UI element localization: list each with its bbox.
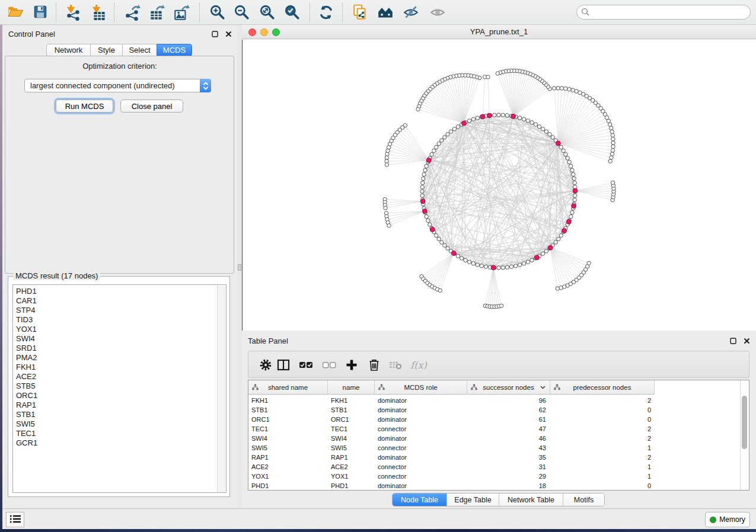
table-scrollbar-thumb[interactable] xyxy=(742,396,747,449)
table-row[interactable]: ORC1ORC1dominator610 xyxy=(248,415,741,424)
network-node[interactable] xyxy=(518,263,522,267)
table-tab-edge-table[interactable]: Edge Table xyxy=(447,493,499,506)
column-header-successor-nodes[interactable]: successor nodes xyxy=(467,380,550,394)
network-leaf-node[interactable] xyxy=(611,149,614,152)
delete-columns-trash-icon[interactable] xyxy=(367,358,381,372)
network-node[interactable] xyxy=(572,172,575,176)
network-node[interactable] xyxy=(562,149,565,152)
network-leaf-node[interactable] xyxy=(610,156,613,159)
import-table-icon[interactable] xyxy=(91,4,107,21)
column-header-shared-name[interactable]: shared name xyxy=(248,380,328,394)
network-node[interactable] xyxy=(526,119,529,123)
import-network-icon[interactable] xyxy=(65,4,82,21)
table-row[interactable]: PHD1PHD1dominator180 xyxy=(248,481,741,491)
network-node[interactable] xyxy=(446,133,449,136)
show-column-panel-icon[interactable] xyxy=(276,358,291,372)
mcds-hub-node[interactable] xyxy=(535,255,540,260)
network-leaf-node[interactable] xyxy=(611,137,615,141)
network-leaf-node[interactable] xyxy=(610,130,614,133)
float-panel-icon[interactable] xyxy=(210,30,219,39)
network-node[interactable] xyxy=(476,263,479,267)
mcds-result-item[interactable]: FKH1 xyxy=(16,363,226,372)
network-node[interactable] xyxy=(526,260,529,264)
column-header-name[interactable]: name xyxy=(328,380,375,394)
network-leaf-node[interactable] xyxy=(387,224,391,227)
network-node[interactable] xyxy=(421,181,425,184)
mcds-hub-node[interactable] xyxy=(573,188,578,193)
network-leaf-node[interactable] xyxy=(575,89,578,93)
mcds-result-item[interactable]: ORC1 xyxy=(16,391,226,400)
network-node[interactable] xyxy=(471,117,475,121)
export-table-icon[interactable] xyxy=(148,4,165,21)
network-node[interactable] xyxy=(452,127,456,131)
network-leaf-node[interactable] xyxy=(560,86,563,90)
mcds-hub-node[interactable] xyxy=(556,141,560,146)
splitter-handle[interactable] xyxy=(238,264,241,271)
network-node[interactable] xyxy=(530,121,534,124)
network-leaf-node[interactable] xyxy=(556,86,560,90)
mcds-hub-node[interactable] xyxy=(426,158,431,163)
mcds-hub-node[interactable] xyxy=(462,121,467,126)
add-column-icon[interactable] xyxy=(344,358,359,372)
mcds-result-item[interactable]: YOX1 xyxy=(16,325,226,334)
network-node[interactable] xyxy=(422,172,426,176)
console-tasks-icon[interactable] xyxy=(6,512,24,527)
mcds-result-item[interactable]: STB5 xyxy=(16,382,226,391)
network-node[interactable] xyxy=(449,130,452,133)
delete-table-icon[interactable] xyxy=(388,358,403,372)
network-node[interactable] xyxy=(435,145,438,149)
table-scrollbar[interactable] xyxy=(740,380,749,490)
memory-button[interactable]: Memory xyxy=(705,512,750,527)
table-row[interactable]: FKH1FKH1dominator962 xyxy=(248,396,741,405)
table-row[interactable]: STB1STB1dominator620 xyxy=(248,405,741,415)
mcds-list-scrollbar[interactable] xyxy=(217,286,225,493)
network-node[interactable] xyxy=(501,113,505,117)
network-node[interactable] xyxy=(551,136,554,139)
network-node[interactable] xyxy=(557,237,560,241)
network-node[interactable] xyxy=(437,142,441,145)
hide-selected-eye-icon[interactable] xyxy=(403,4,419,21)
network-node[interactable] xyxy=(435,233,438,237)
mcds-hub-node[interactable] xyxy=(572,204,576,209)
mcds-result-item[interactable]: RAP1 xyxy=(16,400,226,410)
network-node[interactable] xyxy=(456,254,460,258)
table-tab-motifs[interactable]: Motifs xyxy=(563,493,604,506)
show-all-eye-icon[interactable] xyxy=(429,4,446,21)
panel-splitter[interactable] xyxy=(237,25,242,508)
network-leaf-node[interactable] xyxy=(609,126,613,130)
network-node[interactable] xyxy=(554,241,557,244)
deselect-all-columns-icon[interactable] xyxy=(322,358,336,372)
network-node[interactable] xyxy=(437,237,441,241)
network-node[interactable] xyxy=(420,194,424,197)
table-row[interactable]: YOX1YOX1connector291 xyxy=(248,472,741,481)
network-node[interactable] xyxy=(530,258,534,262)
network-node[interactable] xyxy=(456,125,460,129)
network-node[interactable] xyxy=(446,246,449,250)
network-leaf-node[interactable] xyxy=(553,86,556,90)
network-node[interactable] xyxy=(505,114,509,117)
network-node[interactable] xyxy=(420,185,424,189)
network-leaf-node[interactable] xyxy=(610,152,614,156)
network-node[interactable] xyxy=(422,177,425,180)
network-leaf-node[interactable] xyxy=(438,289,442,292)
network-node[interactable] xyxy=(573,198,576,201)
network-leaf-node[interactable] xyxy=(486,75,490,79)
network-leaf-node[interactable] xyxy=(556,287,559,290)
table-tab-network-table[interactable]: Network Table xyxy=(499,493,563,506)
mcds-result-item[interactable]: TEC1 xyxy=(16,429,226,438)
network-node[interactable] xyxy=(567,160,571,164)
network-leaf-node[interactable] xyxy=(611,181,614,184)
close-panel-button[interactable]: Close panel xyxy=(120,100,183,113)
network-node[interactable] xyxy=(569,214,573,218)
table-tab-node-table[interactable]: Node Table xyxy=(393,493,447,506)
network-node[interactable] xyxy=(569,164,573,168)
network-leaf-node[interactable] xyxy=(496,72,499,75)
network-leaf-node[interactable] xyxy=(567,88,571,91)
network-node[interactable] xyxy=(426,219,430,222)
table-settings-gear-icon[interactable] xyxy=(259,358,273,372)
network-leaf-node[interactable] xyxy=(578,91,582,94)
run-mcds-button[interactable]: Run MCDS xyxy=(56,100,113,113)
control-tab-select[interactable]: Select xyxy=(122,44,157,56)
network-node[interactable] xyxy=(573,194,577,197)
close-panel-icon[interactable] xyxy=(224,30,232,39)
